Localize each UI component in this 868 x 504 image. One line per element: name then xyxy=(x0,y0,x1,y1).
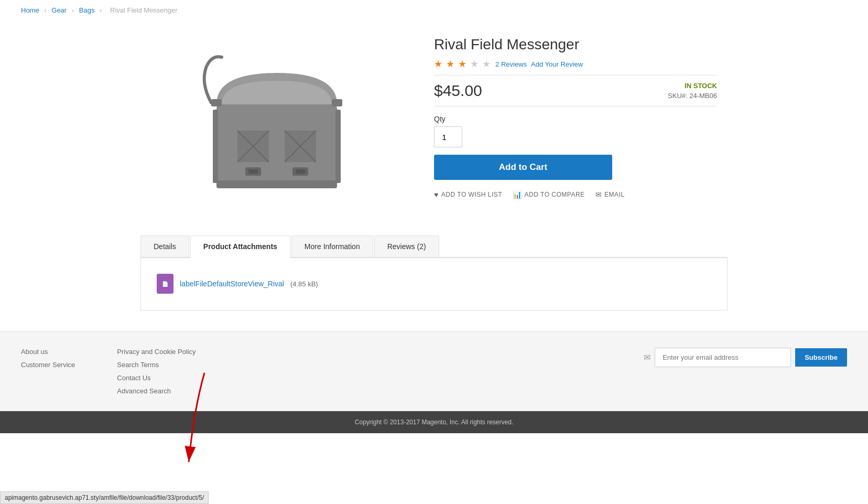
add-review-link[interactable]: Add Your Review xyxy=(531,60,583,68)
newsletter-email-input[interactable] xyxy=(655,348,791,367)
footer-col-2: Privacy and Cookie Policy Search Terms C… xyxy=(117,348,196,395)
attachment-item: 📄 labelFileDefaultStoreView_Rival (4.85 … xyxy=(157,274,711,294)
footer-top: About us Customer Service Privacy and Co… xyxy=(21,348,847,411)
product-info-column: Rival Field Messenger ★ ★ ★ ★ ★ 2 Review… xyxy=(413,31,728,215)
product-action-links: ♥ ADD TO WISH LIST 📊 ADD TO COMPARE ✉ EM… xyxy=(434,190,717,199)
footer-link-search-terms[interactable]: Search Terms xyxy=(117,361,196,369)
svg-rect-9 xyxy=(248,169,258,174)
tab-more-information[interactable]: More Information xyxy=(291,235,373,257)
tab-reviews[interactable]: Reviews (2) xyxy=(374,235,439,257)
svg-rect-10 xyxy=(296,169,305,174)
newsletter-mail-icon: ✉ xyxy=(644,352,650,362)
heart-icon: ♥ xyxy=(434,190,439,199)
subscribe-button[interactable]: Subscribe xyxy=(795,348,847,367)
footer-copyright: Copyright © 2013-2017 Magento, Inc. All … xyxy=(0,411,868,433)
email-icon: ✉ xyxy=(595,190,602,199)
product-image-wrapper xyxy=(196,41,358,204)
star-rating: ★ ★ ★ ★ ★ xyxy=(434,58,491,70)
qty-input[interactable] xyxy=(434,126,462,147)
email-link[interactable]: ✉ EMAIL xyxy=(595,190,625,199)
svg-rect-15 xyxy=(335,110,341,183)
star-4: ★ xyxy=(470,59,479,69)
breadcrumb-sep3: › xyxy=(100,6,102,14)
breadcrumb-sep2: › xyxy=(72,6,74,14)
stock-sku-block: IN STOCK SKU#: 24-MB06 xyxy=(668,82,717,100)
product-name: Rival Field Messenger xyxy=(434,36,717,53)
compare-label: ADD TO COMPARE xyxy=(525,191,585,198)
svg-rect-13 xyxy=(216,180,337,188)
product-image-column xyxy=(140,31,413,215)
star-5: ★ xyxy=(482,59,491,69)
svg-rect-0 xyxy=(216,104,337,188)
sku-label-text: SKU#: xyxy=(668,92,688,100)
tab-details[interactable]: Details xyxy=(140,235,189,257)
tabs-section: Details Product Attachments More Informa… xyxy=(120,235,748,310)
rating-row: ★ ★ ★ ★ ★ 2 Reviews Add Your Review xyxy=(434,58,717,70)
attachment-size: (4.85 kB) xyxy=(290,280,318,288)
attachment-download-link[interactable]: labelFileDefaultStoreView_Rival xyxy=(180,280,284,288)
footer-col-1: About us Customer Service xyxy=(21,348,75,395)
price-stock-row: $45.00 IN STOCK SKU#: 24-MB06 xyxy=(434,75,717,106)
star-1: ★ xyxy=(434,59,443,69)
star-3: ★ xyxy=(458,59,467,69)
svg-rect-14 xyxy=(213,110,218,183)
footer-link-about[interactable]: About us xyxy=(21,348,75,356)
footer-link-advanced-search[interactable]: Advanced Search xyxy=(117,387,196,395)
qty-label: Qty xyxy=(434,115,717,123)
tab-content-product-attachments: 📄 labelFileDefaultStoreView_Rival (4.85 … xyxy=(140,258,728,310)
email-label: EMAIL xyxy=(604,191,625,198)
add-to-compare-link[interactable]: 📊 ADD TO COMPARE xyxy=(513,190,585,199)
tabs-header: Details Product Attachments More Informa… xyxy=(140,235,728,258)
breadcrumb-current: Rival Field Messenger xyxy=(110,6,178,14)
newsletter-signup: ✉ Subscribe xyxy=(644,348,847,367)
attachment-file-icon: 📄 xyxy=(157,274,173,294)
footer: About us Customer Service Privacy and Co… xyxy=(0,331,868,433)
breadcrumb-bags[interactable]: Bags xyxy=(79,6,95,14)
breadcrumb: Home › Gear › Bags › Rival Field Messeng… xyxy=(0,0,868,20)
footer-link-privacy[interactable]: Privacy and Cookie Policy xyxy=(117,348,196,356)
breadcrumb-sep1: › xyxy=(44,6,46,14)
product-layout: Rival Field Messenger ★ ★ ★ ★ ★ 2 Review… xyxy=(120,20,748,235)
product-price: $45.00 xyxy=(434,82,482,100)
sku-info: SKU#: 24-MB06 xyxy=(668,92,717,100)
stock-status: IN STOCK xyxy=(668,82,717,90)
footer-link-customer-service[interactable]: Customer Service xyxy=(21,361,75,369)
reviews-count-link[interactable]: 2 Reviews xyxy=(495,60,527,68)
compare-icon: 📊 xyxy=(513,190,522,199)
svg-rect-12 xyxy=(332,99,342,106)
product-image xyxy=(196,41,358,204)
breadcrumb-home[interactable]: Home xyxy=(21,6,39,14)
add-to-cart-button[interactable]: Add to Cart xyxy=(434,155,612,180)
add-to-wishlist-link[interactable]: ♥ ADD TO WISH LIST xyxy=(434,190,502,199)
footer-link-contact[interactable]: Contact Us xyxy=(117,374,196,382)
sku-value: 24-MB06 xyxy=(689,92,717,100)
footer-links: About us Customer Service Privacy and Co… xyxy=(21,348,196,395)
star-2: ★ xyxy=(446,59,455,69)
tab-product-attachments[interactable]: Product Attachments xyxy=(190,235,290,258)
wish-list-label: ADD TO WISH LIST xyxy=(441,191,502,198)
breadcrumb-gear[interactable]: Gear xyxy=(51,6,67,14)
